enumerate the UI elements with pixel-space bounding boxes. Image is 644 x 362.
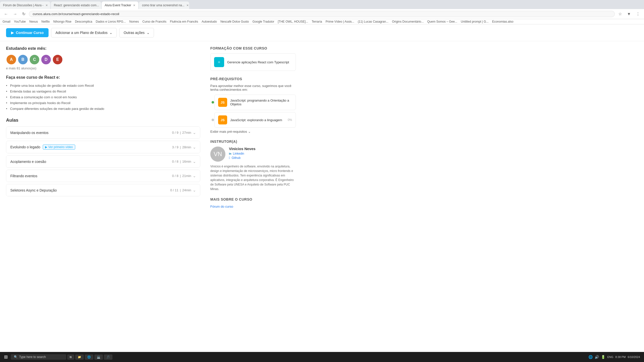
lesson-meta-2: 3 / 9 | 28min ⌄ (172, 145, 196, 150)
bookmark-owl[interactable]: [THE OWL, HOUSE]... (278, 20, 308, 23)
lesson-duration-4: 21min (182, 174, 191, 178)
bookmark-fluencia[interactable]: Fluência em Francês (170, 20, 198, 23)
prereq-wrapper: JS JavaScript: programando a Orientação … (210, 95, 296, 128)
bookmark-netflix[interactable]: Netflix (42, 20, 50, 23)
menu-button[interactable]: ⋮ (634, 11, 641, 17)
github-link[interactable]:  Github (229, 156, 256, 160)
reload-button[interactable]: ↻ (21, 11, 27, 17)
tab-2-close[interactable]: ✕ (101, 4, 101, 7)
bookmark-autoestudo[interactable]: Autoestudo (202, 20, 217, 23)
bookmark-nexus[interactable]: Nexus (29, 20, 38, 23)
lesson-item-2: Evoluindo o legado ▶ Ver primeiro vídeo … (6, 141, 200, 153)
forum-link[interactable]: Fórum do curso (210, 205, 233, 208)
formation-card[interactable]: ⚛ Gerencie aplicações React com Typescri… (210, 53, 296, 71)
prereq-item-1[interactable]: JS JavaScript: programando a Orientação … (214, 95, 296, 110)
lesson-left-4: Filtrando eventos (10, 174, 37, 178)
lesson-header-4[interactable]: Filtrando eventos 0 / 8 | 21min ⌄ (6, 170, 200, 182)
lesson-left-2: Evoluindo o legado ▶ Ver primeiro vídeo (10, 145, 75, 150)
lessons-title: Aulas (6, 118, 200, 123)
start-button[interactable]: ⊞ (2, 353, 10, 354)
bookmark-lucas[interactable]: (11) Lucas Casagran... (358, 20, 388, 23)
lesson-progress-2: 3 / 9 (172, 145, 178, 149)
lesson-duration-1: 27min (182, 131, 191, 134)
other-actions-button[interactable]: Outras ações ⌄ (119, 28, 154, 37)
status-dot-1 (212, 101, 214, 104)
feature-item-2: Entenda todas as vantagens do Recoil (6, 88, 200, 94)
instructor-details: Vinicios Neves in Linkedin  Github (229, 147, 256, 160)
lesson-header-5[interactable]: Seletores Async e Depuração 0 / 11 | 24m… (6, 184, 200, 196)
student-avatar-5: E (52, 54, 63, 65)
show-more-label: Exibir mais pré-requisitos (210, 130, 247, 133)
bookmark-descomplica[interactable]: Descomplica (75, 20, 92, 23)
bookmark-terraria[interactable]: Terraría (312, 20, 322, 23)
bookmark-google-tradutor[interactable]: Google Tradutor (253, 20, 274, 23)
right-sidebar: FORMAÇÃO COM ESSE CURSO ⚛ Gerencie aplic… (210, 46, 296, 214)
prerequisites-section: PRÉ-REQUISITOS Para aproveitar melhor es… (210, 77, 296, 133)
bookmark-prime[interactable]: Prime Vídeo | Assis... (326, 20, 354, 23)
bookmark-untitled[interactable]: Untitled prompt | G... (461, 20, 489, 23)
lesson-progress-4: 0 / 8 (172, 174, 178, 178)
linkedin-link[interactable]: in Linkedin (229, 152, 256, 155)
more-section: MAIS SOBRE O CURSO Fórum do curso (210, 197, 296, 208)
more-students-label: e mais 81 alunos(as) (6, 66, 200, 70)
formation-name: Gerencie aplicações React com Typescript (227, 60, 289, 64)
lesson-header-2[interactable]: Evoluindo o legado ▶ Ver primeiro vídeo … (6, 141, 200, 153)
show-more-prereq[interactable]: Exibir mais pré-requisitos ⌄ (210, 130, 296, 133)
lesson-name-5: Seletores Async e Depuração (10, 188, 57, 192)
back-button[interactable]: ← (3, 11, 10, 17)
bookmark-youtube[interactable]: YouTube (14, 20, 26, 23)
lesson-name-1: Manipulando os eventos (10, 131, 49, 135)
tab-4-close[interactable]: ✕ (186, 4, 189, 7)
bookmark-economias[interactable]: Economias.also (492, 20, 513, 23)
bookmark-origins[interactable]: Origins Documentário... (392, 20, 424, 23)
chevron-down-prereq-icon: ⌄ (248, 130, 251, 133)
tab-3[interactable]: Alura Event Tracker ✕ (102, 2, 138, 9)
lesson-meta-5: 0 / 11 | 24min ⌄ (170, 188, 196, 193)
bookmark-nescafe[interactable]: Nescafé Dolce Gusto (220, 20, 249, 23)
bookmark-quem-somos[interactable]: Quem Somos – Gee... (427, 20, 457, 23)
tab-3-label: Alura Event Tracker (105, 4, 131, 7)
lesson-left-5: Seletores Async e Depuração (10, 188, 57, 192)
address-bar[interactable] (29, 11, 615, 17)
instructor-description: Vinicios é engenheiro de software, envol… (210, 164, 296, 191)
lesson-chevron-3: ⌄ (193, 159, 196, 164)
feature-item-3: Extraia a comunicação com o recoil em ho… (6, 94, 200, 100)
lesson-header-3[interactable]: Acoplamento e coesão 0 / 8 | 16min ⌄ (6, 156, 200, 167)
add-to-plan-button[interactable]: Adicionar a um Plano de Estudos ⌄ (51, 28, 117, 37)
bookmark-dados[interactable]: Dados e Livros RPG... (96, 20, 126, 23)
prereq-item-2[interactable]: JS JavaScript: explorando a linguagem 0% (214, 112, 296, 128)
lesson-duration-2: 28min (182, 145, 191, 149)
formation-section: FORMAÇÃO COM ESSE CURSO ⚛ Gerencie aplic… (210, 46, 296, 71)
lesson-chevron-4: ⌄ (193, 173, 196, 178)
lesson-meta-4: 0 / 8 | 21min ⌄ (172, 173, 196, 178)
lesson-meta-1: 0 / 9 | 27min ⌄ (172, 130, 196, 135)
lesson-meta-3: 0 / 8 | 16min ⌄ (172, 159, 196, 164)
bookmark-gmail[interactable]: Gmail (3, 20, 10, 23)
lesson-chevron-5: ⌄ (193, 188, 196, 193)
more-section-title: MAIS SOBRE O CURSO (210, 197, 296, 201)
instructor-section-title: INSTRUTOR(A) (210, 140, 296, 144)
bookmark-nomes[interactable]: Nomes (129, 20, 139, 23)
prereq-icon-1: JS (218, 98, 227, 107)
continue-course-button[interactable]: ▶ Continuar Curso (6, 28, 49, 37)
prereq-name-1: JavaScript: programando a Orientação a O… (230, 99, 292, 106)
bookmark-curso-frances[interactable]: Curso de Francês (142, 20, 166, 23)
bookmark-button[interactable]: ☆ (617, 11, 623, 17)
instructor-avatar: VN (210, 147, 225, 162)
tab-1[interactable]: Fórum de Discussões | Alura - ✕ (0, 2, 50, 9)
tab-4[interactable]: como tirar uma screenshot na... ✕ (139, 2, 189, 9)
extensions-button[interactable]: ▼ (625, 11, 632, 17)
video-badge-label: Ver primeiro vídeo (48, 145, 73, 149)
video-badge[interactable]: ▶ Ver primeiro vídeo (43, 145, 75, 150)
prereq-percent-2: 0% (288, 118, 292, 122)
tab-2[interactable]: React: gerenciando estado com... ✕ (51, 2, 101, 9)
forward-button[interactable]: → (12, 11, 19, 17)
lesson-name-4: Filtrando eventos (10, 174, 37, 178)
bookmark-nihongo[interactable]: Nihongo Rise (53, 20, 71, 23)
tab-3-close[interactable]: ✕ (133, 4, 135, 7)
tab-1-close[interactable]: ✕ (46, 4, 48, 7)
feature-list: Projete uma boa solução de gestão de est… (6, 83, 200, 112)
nav-bar: ← → ↻ ☆ ▼ ⋮ (0, 9, 644, 19)
lesson-header-1[interactable]: Manipulando os eventos 0 / 9 | 27min ⌄ (6, 127, 200, 139)
github-icon:  (229, 156, 230, 160)
